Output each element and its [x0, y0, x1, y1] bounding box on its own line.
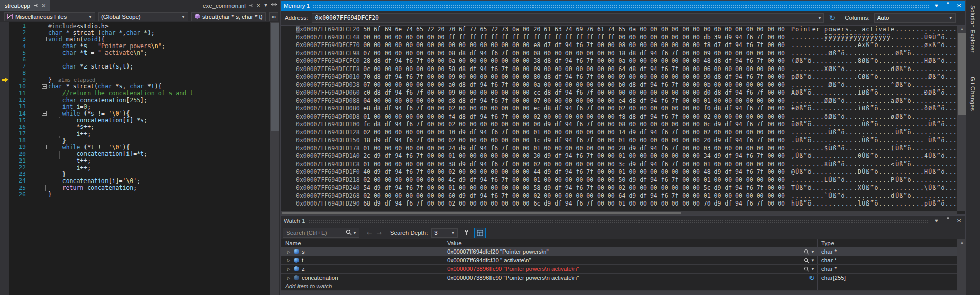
expand-icon[interactable]: ▷ — [287, 276, 291, 280]
editor-vertical-scrollbar[interactable] — [270, 22, 279, 295]
magnifier-icon[interactable]: ▼ — [804, 249, 815, 255]
code-line[interactable]: 8 — [0, 70, 270, 76]
close-icon[interactable]: × — [955, 1, 963, 11]
code-line[interactable]: 22 i++; — [0, 164, 270, 171]
watch-row-concatenation[interactable]: ▷concatenation0x00000073896ffc90 "Pointe… — [281, 274, 957, 282]
memory-hex-dump[interactable]: 0x00007FF694DFCF2050 6f 69 6e 74 65 72 2… — [281, 26, 957, 211]
code-line[interactable]: 4 char *s = "Pointer powers\n"; — [0, 43, 270, 50]
memory-hex-bytes[interactable]: 02 00 00 00 00 00 00 00 10 d9 df 94 f6 7… — [363, 129, 785, 137]
memory-hex-bytes[interactable]: 01 00 00 00 00 00 00 00 f4 d8 df 94 f6 7… — [363, 113, 785, 121]
memory-hex-bytes[interactable]: 00 00 00 00 00 00 00 00 ff ff ff ff ff f… — [363, 34, 785, 42]
code-line[interactable]: 13 int i=0; — [0, 103, 270, 110]
memory-row[interactable]: 0x00007FF694DFD1A02c d9 df 94 f6 7f 00 0… — [281, 152, 957, 161]
fold-margin[interactable] — [26, 36, 48, 42]
watch-title-bar[interactable]: Watch 1 ▼ × — [281, 216, 965, 226]
code-line[interactable]: 21 t++; — [0, 157, 270, 164]
code-line[interactable]: 7 char *z=strcat(s,t); — [0, 63, 270, 70]
watch-vertical-scrollbar[interactable]: ▲ — [957, 239, 966, 294]
fold-margin[interactable] — [26, 83, 48, 90]
memory-row[interactable]: 0x00007FF694DFD100fc d8 df 94 f6 7f 00 0… — [281, 121, 957, 129]
magnifier-icon[interactable]: ▼ — [804, 266, 815, 272]
refresh-icon[interactable]: ↻ — [829, 14, 835, 22]
memory-row[interactable]: 0x00007FF694DFD24054 d9 df 94 f6 7f 00 0… — [281, 184, 957, 192]
memory-hex-bytes[interactable]: e8 d8 df 94 f6 7f 00 00 02 00 00 00 00 0… — [363, 105, 785, 113]
magnifier-icon[interactable]: ▼ — [804, 258, 815, 263]
code-line[interactable]: 14 while (*s != '\0'){ — [0, 110, 270, 117]
expand-icon[interactable]: ▷ — [287, 267, 291, 271]
close-icon[interactable]: × — [955, 216, 963, 226]
watch-horizontal-scrollbar[interactable] — [281, 291, 957, 294]
memory-hex-bytes[interactable]: 02 00 00 00 00 00 00 00 60 d9 df 94 f6 7… — [363, 192, 785, 200]
project-dropdown[interactable]: Miscellaneous Files ▼ — [4, 12, 95, 21]
code-line[interactable]: 16 *s++; — [0, 124, 270, 130]
memory-row[interactable]: 0x00007FF694DFD0D801 00 00 00 00 00 00 0… — [281, 113, 957, 121]
memory-hex-bytes[interactable]: 04 00 00 00 00 00 00 00 d8 d8 df 94 f6 7… — [363, 97, 785, 105]
code-line[interactable]: 18 } — [0, 137, 270, 144]
memory-hex-bytes[interactable]: 18 d9 df 94 f6 7f 00 00 02 00 00 00 00 0… — [363, 137, 785, 145]
window-position-chevron-icon[interactable]: ▼ — [932, 216, 941, 226]
pin-icon[interactable] — [249, 3, 253, 9]
scrollbar-thumb[interactable] — [271, 23, 279, 131]
memory-hex-bytes[interactable]: 70 d8 df 94 f6 7f 00 00 09 00 00 00 00 0… — [363, 73, 785, 81]
search-icon[interactable] — [346, 229, 352, 236]
memory-row[interactable]: 0x00007FF694DFCFE80c 00 00 00 00 00 00 0… — [281, 65, 957, 74]
memory-row[interactable]: 0x00007FF694DFCF2050 6f 69 6e 74 65 72 2… — [281, 26, 957, 34]
scrollbar-thumb[interactable] — [958, 33, 966, 115]
memory-title-bar[interactable]: Memory 1 ▼ × — [281, 1, 965, 11]
code-line[interactable]: 19 while (*t != '\0'){ — [0, 144, 270, 150]
pin-icon[interactable] — [944, 216, 952, 226]
watch-row-t[interactable]: ▷t0x00007ff694dfcf30 " activate\n"▼char … — [281, 256, 957, 265]
memory-row[interactable]: 0x00007FF694DFD0B0e8 d8 df 94 f6 7f 00 0… — [281, 105, 957, 113]
memory-hex-bytes[interactable]: 68 d9 df 94 f6 7f 00 00 02 00 00 00 00 0… — [363, 200, 785, 208]
close-icon[interactable]: × — [42, 3, 46, 9]
memory-row[interactable]: 0x00007FF694DFD060c0 d8 df 94 f6 7f 00 0… — [281, 89, 957, 97]
watch-row-z[interactable]: ▷z0x00000073896ffc90 "Pointer powers\n a… — [281, 265, 957, 274]
fold-collapse-icon[interactable] — [42, 37, 47, 41]
memory-row[interactable]: 0x00007FF694DFD17801 00 00 00 00 00 00 0… — [281, 145, 957, 153]
memory-hex-bytes[interactable]: 28 d8 df 94 f6 7f 00 00 0a 00 00 00 00 0… — [363, 57, 785, 65]
address-input[interactable]: 0x00007FF694DFCF20 ▼ — [312, 13, 824, 23]
memory-row[interactable]: 0x00007FF694DFD29068 d9 df 94 f6 7f 00 0… — [281, 200, 957, 208]
split-window-button[interactable]: ⇹ — [269, 12, 278, 21]
pin-icon[interactable] — [944, 1, 952, 11]
pin-property-icon[interactable] — [464, 230, 470, 236]
code-line[interactable]: 10char * strcat(char *s, char *t){ — [0, 83, 270, 90]
gear-icon[interactable] — [271, 1, 278, 9]
scrollbar-thumb[interactable] — [282, 212, 681, 214]
document-list-chevron-icon[interactable]: ▼ — [263, 2, 268, 8]
code-line[interactable]: 24 concatenation[i]='\0'; — [0, 177, 270, 184]
code-line[interactable]: 15 concatenation[i]=*s; — [0, 117, 270, 124]
memory-row[interactable]: 0x00007FF694DFD26802 00 00 00 00 00 00 0… — [281, 192, 957, 200]
scope-dropdown[interactable]: (Global Scope) ▼ — [98, 12, 188, 21]
memory-row[interactable]: 0x00007FF694DFCF9807 00 00 00 00 00 00 0… — [281, 50, 957, 58]
code-viewport[interactable]: 1#include<stdio.h>2char * strcat (char *… — [0, 22, 270, 295]
code-line[interactable]: 3void main(void){ — [0, 36, 270, 42]
scroll-up-icon[interactable]: ▲ — [957, 26, 966, 32]
refresh-icon[interactable]: ↻ — [809, 274, 815, 282]
memory-hex-bytes[interactable]: 02 00 00 00 00 00 00 00 4c d9 df 94 f6 7… — [363, 176, 785, 185]
window-position-chevron-icon[interactable]: ▼ — [932, 1, 941, 11]
next-result-icon[interactable]: → — [376, 229, 382, 237]
memory-hex-bytes[interactable]: 00 00 00 00 00 00 00 00 00 00 00 00 00 0… — [363, 41, 785, 50]
code-line[interactable]: 26} — [0, 191, 270, 198]
code-line[interactable]: 6 — [0, 56, 270, 63]
format-specifier-toggle[interactable] — [474, 228, 486, 238]
previous-result-icon[interactable]: ← — [367, 229, 372, 237]
code-line[interactable]: 20 concatenation[i]=*t; — [0, 151, 270, 157]
code-line[interactable]: 2char * strcat (char *,char *); — [0, 29, 270, 36]
memory-vertical-scrollbar[interactable]: ▲ — [957, 26, 966, 211]
memory-row[interactable]: 0x00007FF694DFD03807 00 00 00 00 00 00 0… — [281, 81, 957, 89]
fold-collapse-icon[interactable] — [42, 84, 47, 89]
memory-hex-bytes[interactable]: 40 d9 df 94 f6 7f 00 00 02 00 00 00 00 0… — [363, 168, 785, 176]
scroll-up-icon[interactable]: ▲ — [957, 239, 966, 246]
memory-hex-bytes[interactable]: 07 00 00 00 00 00 00 00 a0 d8 df 94 f6 7… — [363, 81, 785, 89]
code-line[interactable]: 11 //return the concatenation of s and t — [0, 90, 270, 97]
search-depth-dropdown[interactable]: 3 ▼ — [431, 228, 458, 238]
add-item-to-watch-row[interactable]: Add item to watch — [281, 282, 957, 291]
memory-row[interactable]: 0x00007FF694DFD01070 d8 df 94 f6 7f 00 0… — [281, 73, 957, 81]
memory-hex-bytes[interactable]: 07 00 00 00 00 00 00 00 08 d8 df 94 f6 7… — [363, 50, 785, 58]
memory-hex-bytes[interactable]: 50 6f 69 6e 74 65 72 20 70 6f 77 65 72 7… — [363, 26, 785, 34]
memory-row[interactable]: 0x00007FF694DFD1F040 d9 df 94 f6 7f 00 0… — [281, 168, 957, 176]
expand-icon[interactable]: ▷ — [287, 249, 291, 254]
sidebar-tab-git-changes[interactable]: Git Changes — [970, 77, 976, 111]
